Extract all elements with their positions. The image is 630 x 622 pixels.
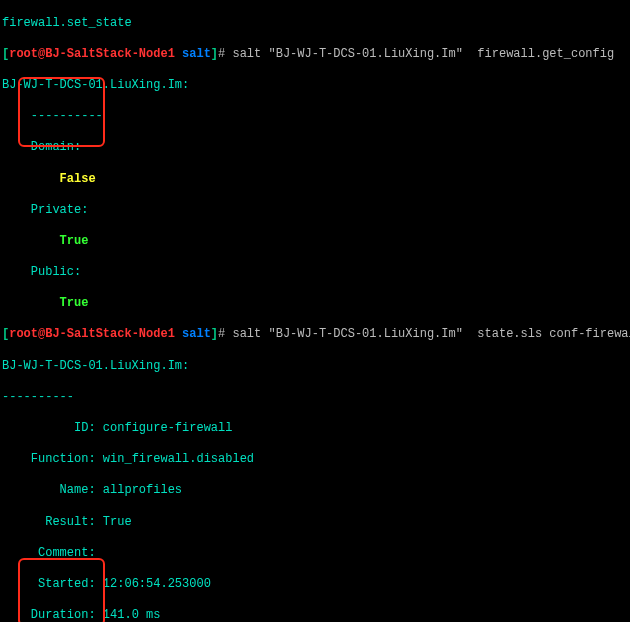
out1-private-key: Private: xyxy=(31,203,89,217)
cmd1-func: firewall.get_config xyxy=(477,47,614,61)
start-v: 12:06:54.253000 xyxy=(103,577,211,591)
prompt-host: BJ-SaltStack-Node1 xyxy=(45,47,175,61)
out1-dashes: ---------- xyxy=(31,109,103,123)
cmd1-target: "BJ-WJ-T-DCS-01.LiuXing.Im" xyxy=(268,47,462,61)
cmd2-bin: salt xyxy=(232,327,261,341)
res-v: True xyxy=(103,515,132,529)
name-k: Name: xyxy=(60,483,96,497)
partial-top-line: firewall.set_state xyxy=(2,16,132,30)
cmd1-bin: salt xyxy=(232,47,261,61)
res-k: Result: xyxy=(45,515,95,529)
out2-dashes: ---------- xyxy=(2,390,74,404)
id-v: configure-firewall xyxy=(103,421,233,435)
cmt-k: Comment: xyxy=(38,546,96,560)
terminal-window[interactable]: firewall.set_state [root@BJ-SaltStack-No… xyxy=(0,0,630,622)
prompt-hash: # xyxy=(218,47,232,61)
prompt-user: root xyxy=(9,47,38,61)
out1-domain-key: Domain: xyxy=(31,140,81,154)
out1-domain-val: False xyxy=(60,172,96,186)
name-v: allprofiles xyxy=(103,483,182,497)
out1-private-val: True xyxy=(60,234,89,248)
dur-v: 141.0 ms xyxy=(103,608,161,622)
out1-public-key: Public: xyxy=(31,265,81,279)
out1-minion: BJ-WJ-T-DCS-01.LiuXing.Im: xyxy=(2,78,189,92)
out2-minion: BJ-WJ-T-DCS-01.LiuXing.Im: xyxy=(2,359,189,373)
prompt-path: salt xyxy=(182,47,211,61)
cmd2-target: "BJ-WJ-T-DCS-01.LiuXing.Im" xyxy=(268,327,462,341)
out1-public-val: True xyxy=(60,296,89,310)
start-k: Started: xyxy=(38,577,96,591)
fn-k: Function: xyxy=(31,452,96,466)
cmd2-func: state.sls conf-firewall xyxy=(477,327,630,341)
fn-v: win_firewall.disabled xyxy=(103,452,254,466)
id-k: ID: xyxy=(74,421,96,435)
prompt-close: ] xyxy=(211,47,218,61)
terminal-output: firewall.set_state [root@BJ-SaltStack-No… xyxy=(0,0,630,622)
dur-k: Duration: xyxy=(31,608,96,622)
